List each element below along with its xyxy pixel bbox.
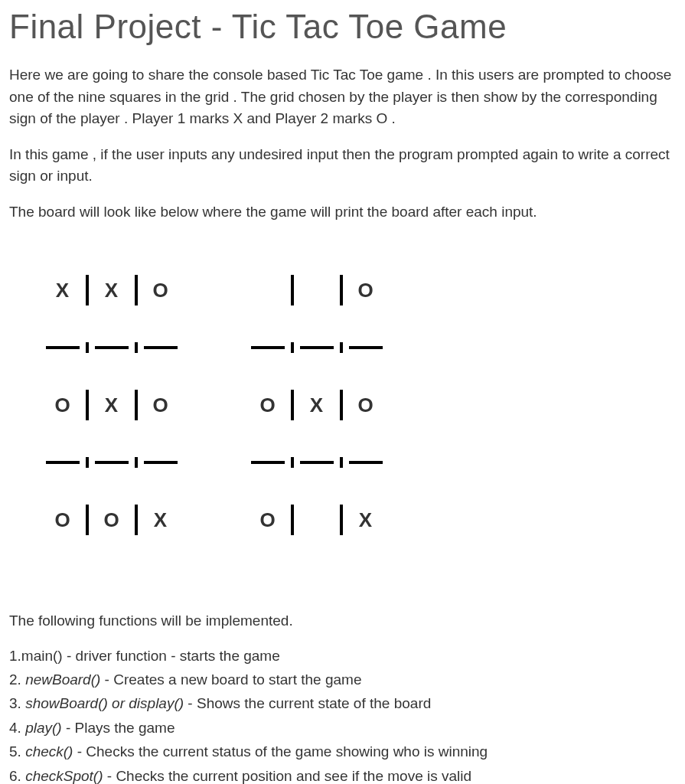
intro-paragraph-2: In this game , if the user inputs any un… [9,144,676,188]
function-item-5: 5. check() - Checks the current status o… [9,740,676,763]
board2-cell-1-0: O [245,390,291,420]
board2-cell-1-1: X [294,390,340,420]
fn-desc: - Plays the game [62,720,175,736]
fn-name: main() [21,648,63,664]
board1-cell-1-2: O [138,390,184,420]
board-divider [245,342,389,353]
board2-cell-2-0: O [245,505,291,535]
function-item-1: 1.main() - driver function - starts the … [9,645,676,667]
fn-desc: - driver function - starts the game [63,648,280,664]
board-1: X X O O X O O [40,238,184,572]
fn-name: newBoard() [25,671,100,688]
board2-cell-2-1 [294,505,340,535]
function-item-3: 3. showBoard() or display() - Shows the … [9,692,676,714]
board1-cell-0-0: X [40,275,86,305]
board1-cell-1-0: O [40,390,86,420]
board-divider [40,457,184,468]
board2-cell-2-2: X [343,505,389,535]
fn-number: 6. [9,768,25,784]
fn-number: 3. [9,695,25,711]
page-title: Final Project - Tic Tac Toe Game [9,8,676,46]
fn-number: 5. [9,743,25,760]
fn-number: 4. [9,720,25,736]
board2-cell-0-1 [294,275,340,305]
board1-cell-0-1: X [89,275,135,305]
fn-number: 2. [9,671,25,688]
board2-cell-0-2: O [343,275,389,305]
board1-cell-2-1: O [89,505,135,535]
fn-name: checkSpot() [25,768,103,784]
intro-paragraph-1: Here we are going to share the console b… [9,64,676,130]
board-2: O O X O O X [245,238,389,572]
fn-name: check() [25,743,73,760]
fn-desc: - Creates a new board to start the game [100,671,361,688]
board-divider [40,342,184,353]
board1-cell-0-2: O [138,275,184,305]
fn-desc: - Checks the current position and see if… [103,768,472,784]
board-divider [245,457,389,468]
fn-name: showBoard() or display() [25,695,184,711]
fn-name: play() [25,720,62,736]
functions-intro: The following functions will be implemen… [9,610,676,632]
fn-number: 1. [9,648,21,664]
board1-cell-2-0: O [40,505,86,535]
intro-paragraph-3: The board will look like below where the… [9,201,676,224]
board1-cell-1-1: X [89,390,135,420]
fn-desc: - Shows the current state of the board [184,695,431,711]
board2-cell-1-2: O [343,390,389,420]
boards-container: X X O O X O O [40,238,676,572]
fn-desc: - Checks the current status of the game … [73,743,488,760]
functions-list: 1.main() - driver function - starts the … [9,645,676,785]
board1-cell-2-2: X [138,505,184,535]
function-item-2: 2. newBoard() - Creates a new board to s… [9,668,676,691]
board2-cell-0-0 [245,275,291,305]
function-item-4: 4. play() - Plays the game [9,717,676,739]
function-item-6: 6. checkSpot() - Checks the current posi… [9,765,676,784]
